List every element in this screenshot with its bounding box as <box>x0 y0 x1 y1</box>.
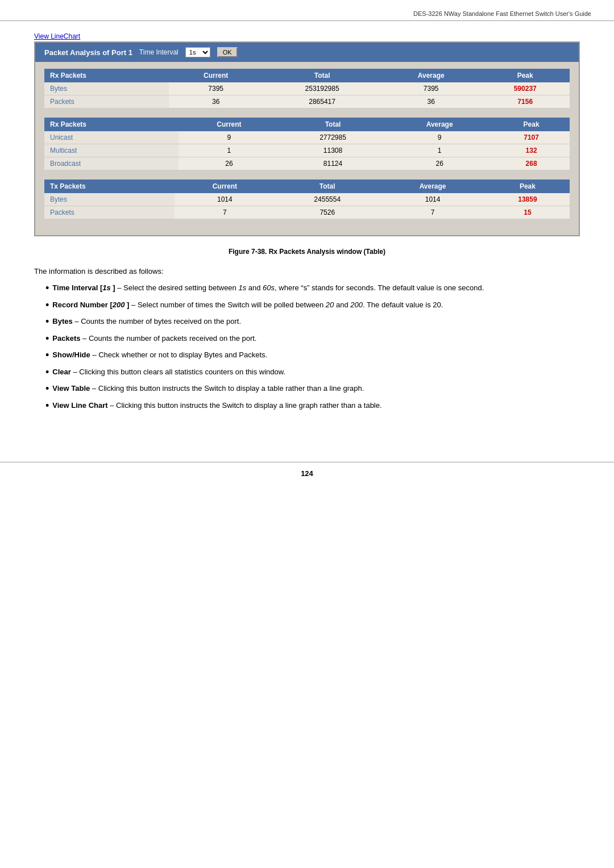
peak-val: 15 <box>486 206 570 219</box>
current-val: 7395 <box>169 82 263 95</box>
list-item: •View Table – Clicking this button instr… <box>45 383 580 394</box>
average-val: 1 <box>386 144 493 157</box>
col-current-3: Current <box>175 180 275 193</box>
ok-button[interactable]: OK <box>217 47 238 57</box>
panel-title-bar: Packet Analysis of Port 1 Time Interval … <box>35 43 579 62</box>
bullet-dot: • <box>45 350 49 360</box>
bullet-text: Record Number [200 ] – Select number of … <box>52 299 443 311</box>
col-current-2: Current <box>179 118 280 131</box>
col-total-2: Total <box>280 118 386 131</box>
average-val: 26 <box>386 157 493 170</box>
bullet-dot: • <box>45 283 49 293</box>
col-peak-2: Peak <box>493 118 570 131</box>
list-item: •Bytes – Counts the number of bytes rece… <box>45 316 580 327</box>
peak-val: 268 <box>493 157 570 170</box>
col-average-2: Average <box>386 118 493 131</box>
bullet-text: Show/Hide – Check whether or not to disp… <box>52 349 267 361</box>
col-total-1: Total <box>263 69 381 82</box>
bullet-dot: • <box>45 383 49 394</box>
row-label: Packets <box>44 95 169 108</box>
bullet-text: Time Interval [1s ] – Select the desired… <box>52 282 484 294</box>
row-label: Unicast <box>44 131 179 144</box>
panel-title: Packet Analysis of Port 1 <box>44 48 132 57</box>
peak-val: 590237 <box>480 82 570 95</box>
col-average-3: Average <box>380 180 486 193</box>
bullet-text: Bytes – Counts the number of bytes recei… <box>52 316 241 327</box>
current-val: 26 <box>179 157 280 170</box>
table-row: Packets 7 7526 7 15 <box>44 206 570 219</box>
current-val: 36 <box>169 95 263 108</box>
list-item: •Show/Hide – Check whether or not to dis… <box>45 349 580 361</box>
average-val: 7395 <box>381 82 480 95</box>
bullet-list: •Time Interval [1s ] – Select the desire… <box>34 282 580 411</box>
total-val: 2772985 <box>280 131 386 144</box>
list-item: •Packets – Counts the number of packets … <box>45 333 580 344</box>
list-item: •Clear – Clicking this button clears all… <box>45 366 580 378</box>
table-row: Packets 36 2865417 36 7156 <box>44 95 570 108</box>
table-row: Multicast 1 11308 1 132 <box>44 144 570 157</box>
bullet-dot: • <box>45 333 49 344</box>
peak-val: 7156 <box>480 95 570 108</box>
bullet-dot: • <box>45 316 49 327</box>
packet-analysis-panel: Packet Analysis of Port 1 Time Interval … <box>34 41 580 236</box>
list-item: •View Line Chart – Clicking this button … <box>45 400 580 411</box>
peak-val: 13859 <box>486 193 570 206</box>
table-row: Unicast 9 2772985 9 7107 <box>44 131 570 144</box>
rx-types-table: Rx Packets Current Total Average Peak Un… <box>44 118 570 170</box>
list-item: •Record Number [200 ] – Select number of… <box>45 299 580 311</box>
bullet-text: Clear – Clicking this button clears all … <box>52 366 285 378</box>
total-val: 253192985 <box>263 82 381 95</box>
bullet-text: View Table – Clicking this button instru… <box>52 383 364 394</box>
time-interval-label: Time Interval <box>139 48 179 56</box>
col-total-3: Total <box>275 180 380 193</box>
row-label: Bytes <box>44 193 175 206</box>
time-interval-select[interactable]: 1s 5s 10s 30s 60s <box>185 47 210 57</box>
description-intro: The information is described as follows: <box>34 267 580 276</box>
current-val: 1014 <box>175 193 275 206</box>
table-row: Bytes 1014 2455554 1014 13859 <box>44 193 570 206</box>
average-val: 9 <box>386 131 493 144</box>
total-val: 81124 <box>280 157 386 170</box>
row-label: Multicast <box>44 144 179 157</box>
col-current-1: Current <box>169 69 263 82</box>
total-val: 11308 <box>280 144 386 157</box>
col-average-1: Average <box>381 69 480 82</box>
table-row: Bytes 7395 253192985 7395 590237 <box>44 82 570 95</box>
header-title: DES-3226 NWay Standalone Fast Ethernet S… <box>413 10 591 17</box>
bullet-text: View Line Chart – Clicking this button i… <box>52 400 381 411</box>
peak-val: 7107 <box>493 131 570 144</box>
average-val: 36 <box>381 95 480 108</box>
average-val: 1014 <box>380 193 486 206</box>
view-linechart-link[interactable]: View LineChart <box>34 32 580 40</box>
row-label: Packets <box>44 206 175 219</box>
bullet-dot: • <box>45 367 49 377</box>
tx-packets-header: Tx Packets <box>44 180 175 193</box>
rx-packets-types-header: Rx Packets <box>44 118 179 131</box>
page-number: 124 <box>301 469 313 478</box>
row-label: Bytes <box>44 82 169 95</box>
bullet-text: Packets – Counts the number of packets r… <box>52 333 256 344</box>
table-row: Broadcast 26 81124 26 268 <box>44 157 570 170</box>
row-label: Broadcast <box>44 157 179 170</box>
list-item: •Time Interval [1s ] – Select the desire… <box>45 282 580 294</box>
peak-val: 132 <box>493 144 570 157</box>
page-footer: 124 <box>0 462 614 485</box>
average-val: 7 <box>380 206 486 219</box>
figure-caption: Figure 7-38. Rx Packets Analysis window … <box>34 248 580 256</box>
total-val: 2865417 <box>263 95 381 108</box>
current-val: 7 <box>175 206 275 219</box>
rx-bytes-table: Rx Packets Current Total Average Peak By… <box>44 69 570 108</box>
current-val: 9 <box>179 131 280 144</box>
bullet-dot: • <box>45 400 49 411</box>
total-val: 2455554 <box>275 193 380 206</box>
total-val: 7526 <box>275 206 380 219</box>
current-val: 1 <box>179 144 280 157</box>
rx-packets-bytes-header: Rx Packets <box>44 69 169 82</box>
tx-packets-table: Tx Packets Current Total Average Peak By… <box>44 180 570 219</box>
col-peak-1: Peak <box>480 69 570 82</box>
bullet-dot: • <box>45 300 49 310</box>
page-header: DES-3226 NWay Standalone Fast Ethernet S… <box>0 0 614 21</box>
col-peak-3: Peak <box>486 180 570 193</box>
